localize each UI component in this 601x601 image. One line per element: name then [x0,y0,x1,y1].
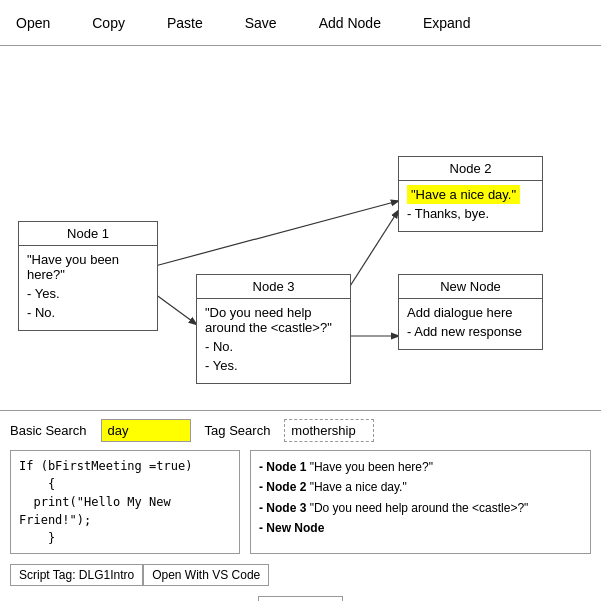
save-button[interactable]: Save [239,11,283,35]
node2[interactable]: Node 2 "Have a nice day." - Thanks, bye. [398,156,543,232]
tag-search-input[interactable] [284,419,374,442]
summary-node1: - Node 1 "Have you been here?" [259,457,582,477]
canvas-area: Node 1 "Have you been here?" - Yes. - No… [0,46,601,411]
basic-search-input[interactable] [101,419,191,442]
tag-search-label: Tag Search [205,423,271,438]
bottom-panel: Basic Search Tag Search mothership - cas… [0,411,601,601]
node3-content: "Do you need help around the <castle>?" … [197,299,350,383]
node3[interactable]: Node 3 "Do you need help around the <cas… [196,274,351,384]
script-line-4: } [19,529,231,547]
script-line-2: { [19,475,231,493]
script-line-1: If (bFirstMeeting =true) [19,457,231,475]
node1-title: Node 1 [19,222,157,246]
script-line-3: print("Hello My New Friend!"); [19,493,231,529]
open-button[interactable]: Open [10,11,56,35]
nodes-summary: - Node 1 "Have you been here?" - Node 2 … [250,450,591,554]
summary-node3: - Node 3 "Do you need help around the <c… [259,498,582,518]
copy-button[interactable]: Copy [86,11,131,35]
script-row: If (bFirstMeeting =true) { print("Hello … [10,450,591,554]
node1-content: "Have you been here?" - Yes. - No. [19,246,157,330]
node1[interactable]: Node 1 "Have you been here?" - Yes. - No… [18,221,158,331]
new-node-content: Add dialogue here - Add new response [399,299,542,349]
svg-line-3 [155,201,398,266]
node2-content: "Have a nice day." - Thanks, bye. [399,181,542,231]
script-tag-row: Script Tag: DLG1Intro Open With VS Code [10,564,591,586]
script-box: If (bFirstMeeting =true) { print("Hello … [10,450,240,554]
basic-search-label: Basic Search [10,423,87,438]
expand-button[interactable]: Expand [417,11,476,35]
search-row: Basic Search Tag Search [10,419,591,442]
new-node-title: New Node [399,275,542,299]
new-node[interactable]: New Node Add dialogue here - Add new res… [398,274,543,350]
open-vs-code-button[interactable]: Open With VS Code [143,564,269,586]
svg-line-0 [155,294,196,324]
edit-row: Edit [10,596,591,601]
svg-line-1 [345,211,398,294]
summary-node2: - Node 2 "Have a nice day." [259,477,582,497]
edit-button[interactable]: Edit [258,596,342,601]
toolbar: Open Copy Paste Save Add Node Expand [0,0,601,46]
script-tag-button[interactable]: Script Tag: DLG1Intro [10,564,143,586]
add-node-button[interactable]: Add Node [313,11,387,35]
node2-title: Node 2 [399,157,542,181]
paste-button[interactable]: Paste [161,11,209,35]
summary-new-node: - New Node [259,518,582,538]
node3-title: Node 3 [197,275,350,299]
node2-highlight: "Have a nice day." [407,185,520,204]
